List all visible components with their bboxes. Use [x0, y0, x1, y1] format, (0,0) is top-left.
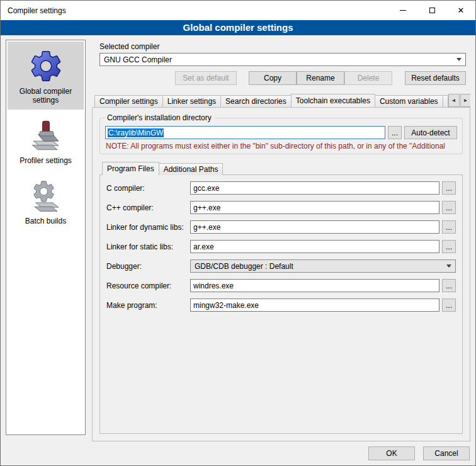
settings-tabbar: Compiler settings Linker settings Search…	[94, 94, 470, 107]
field-row-debugger: Debugger: GDB/CDB debugger : Default	[106, 259, 456, 273]
installation-directory-browse-button[interactable]: ...	[388, 126, 402, 139]
dynamic-linker-label: Linker for dynamic libs:	[106, 223, 190, 232]
field-row-resource-compiler: Resource compiler: ...	[106, 279, 456, 292]
right-arrow-icon: ►	[463, 98, 468, 103]
sidebar-item-label: Batch builds	[25, 217, 66, 225]
tab-scroll-left-button[interactable]: ◄	[448, 94, 460, 107]
dialog-header: Global compiler settings	[1, 20, 475, 35]
resource-compiler-browse-button[interactable]: ...	[442, 279, 456, 292]
installation-directory-note: NOTE: All programs must exist either in …	[106, 142, 457, 151]
selected-compiler-select[interactable]: GNU GCC Compiler	[99, 53, 466, 66]
installation-directory-value: C:\raylib\MinGW	[108, 128, 164, 137]
window-controls: ✕	[388, 1, 475, 20]
static-linker-input[interactable]	[190, 240, 439, 253]
settings-sidebar: Global compiler settings Profiler settin…	[6, 40, 86, 435]
sidebar-item-profiler-settings[interactable]: Profiler settings	[8, 111, 84, 170]
program-files-page: C compiler: ... C++ compiler: ... Linker…	[99, 174, 463, 434]
ok-button[interactable]: OK	[368, 446, 415, 460]
installation-directory-row: C:\raylib\MinGW ... Auto-detect	[105, 126, 457, 139]
maximize-button[interactable]	[417, 1, 446, 20]
sidebar-item-label: Profiler settings	[20, 156, 72, 165]
c-compiler-input[interactable]	[190, 181, 439, 195]
selected-compiler-label: Selected compiler	[99, 42, 466, 51]
make-program-input[interactable]	[190, 298, 439, 312]
make-program-label: Make program:	[106, 301, 190, 310]
debugger-select[interactable]: GDB/CDB debugger : Default	[190, 259, 456, 273]
rename-button[interactable]: Rename	[297, 71, 344, 85]
tab-scroll-right-button[interactable]: ►	[460, 94, 470, 107]
maximize-icon	[429, 8, 435, 13]
dialog-footer: OK Cancel	[1, 441, 475, 465]
selected-compiler-value: GNU GCC Compiler	[104, 55, 172, 64]
dialog-content: Global compiler settings Profiler settin…	[1, 35, 475, 441]
static-linker-label: Linker for static libs:	[106, 242, 190, 251]
resource-compiler-input[interactable]	[190, 279, 439, 292]
batch-builds-icon	[28, 178, 64, 214]
tab-program-files[interactable]: Program Files	[102, 162, 159, 175]
gear-blue-icon	[28, 48, 64, 84]
tab-linker-settings[interactable]: Linker settings	[162, 95, 221, 107]
installation-directory-group-label: Compiler's installation directory	[105, 113, 213, 122]
field-row-make-program: Make program: ...	[106, 298, 456, 312]
sidebar-item-global-compiler-settings[interactable]: Global compiler settings	[8, 42, 84, 110]
cancel-button[interactable]: Cancel	[423, 446, 470, 460]
c-compiler-label: C compiler:	[106, 184, 190, 193]
cpp-compiler-browse-button[interactable]: ...	[442, 201, 456, 214]
debugger-value: GDB/CDB debugger : Default	[195, 262, 293, 271]
close-icon: ✕	[458, 6, 465, 14]
make-program-browse-button[interactable]: ...	[442, 298, 456, 312]
program-files-tabbar: Program Files Additional Paths	[102, 162, 463, 175]
left-arrow-icon: ◄	[451, 98, 456, 103]
field-row-cpp-compiler: C++ compiler: ...	[106, 201, 456, 214]
sidebar-item-batch-builds[interactable]: Batch builds	[8, 171, 84, 230]
compiler-button-row: Set as default Copy Rename Delete Reset …	[99, 71, 466, 85]
main-panel: Selected compiler GNU GCC Compiler Set a…	[92, 40, 470, 441]
toolchain-executables-page: Compiler's installation directory C:\ray…	[92, 107, 470, 441]
static-linker-browse-button[interactable]: ...	[442, 240, 456, 253]
compiler-settings-window: Compiler settings ✕ Global compiler sett…	[0, 0, 476, 466]
tab-compiler-settings[interactable]: Compiler settings	[94, 95, 163, 107]
titlebar: Compiler settings ✕	[1, 1, 475, 20]
resource-compiler-label: Resource compiler:	[106, 281, 190, 290]
tab-scroll-controls: ◄ ►	[448, 94, 470, 107]
debugger-label: Debugger:	[106, 262, 190, 271]
minimize-icon	[400, 10, 406, 11]
auto-detect-button[interactable]: Auto-detect	[404, 126, 457, 139]
close-button[interactable]: ✕	[446, 1, 475, 20]
tab-additional-paths[interactable]: Additional Paths	[159, 163, 224, 175]
tab-build-options[interactable]: Build	[443, 95, 448, 107]
tab-custom-variables[interactable]: Custom variables	[375, 95, 443, 107]
tab-toolchain-executables[interactable]: Toolchain executables	[291, 94, 375, 107]
installation-directory-input[interactable]: C:\raylib\MinGW	[105, 126, 385, 139]
c-compiler-browse-button[interactable]: ...	[442, 181, 456, 195]
field-row-c-compiler: C compiler: ...	[106, 181, 456, 195]
window-title: Compiler settings	[1, 6, 66, 15]
dynamic-linker-browse-button[interactable]: ...	[442, 220, 456, 234]
field-row-dynamic-linker: Linker for dynamic libs: ...	[106, 220, 456, 234]
minimize-button[interactable]	[388, 1, 417, 20]
cpp-compiler-input[interactable]	[190, 201, 439, 214]
set-as-default-button[interactable]: Set as default	[175, 71, 237, 85]
reset-defaults-button[interactable]: Reset defaults	[405, 71, 466, 85]
field-row-static-linker: Linker for static libs: ...	[106, 240, 456, 253]
chevron-down-icon	[456, 58, 462, 61]
sidebar-item-label: Global compiler settings	[10, 87, 81, 105]
chevron-down-icon	[446, 264, 451, 268]
profiler-icon	[28, 117, 64, 154]
copy-button[interactable]: Copy	[249, 71, 297, 85]
dynamic-linker-input[interactable]	[190, 220, 439, 234]
installation-directory-group: Compiler's installation directory C:\ray…	[99, 118, 463, 154]
tab-search-directories[interactable]: Search directories	[220, 95, 292, 107]
cpp-compiler-label: C++ compiler:	[106, 203, 190, 212]
delete-button[interactable]: Delete	[344, 71, 392, 85]
